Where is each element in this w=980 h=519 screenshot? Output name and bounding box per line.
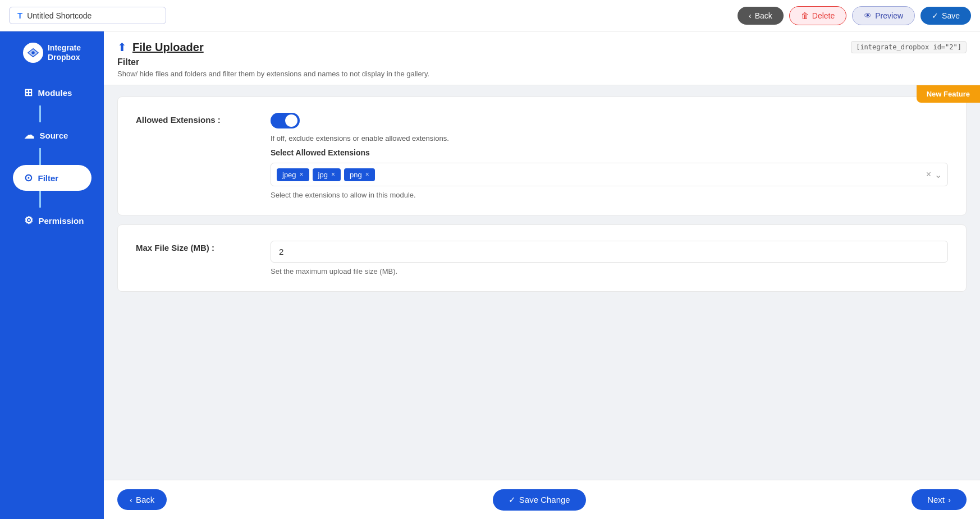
save-button-top[interactable]: ✓ Save <box>921 7 971 25</box>
sidebar-label-source: Source <box>40 131 68 140</box>
shortcode-badge: [integrate_dropbox id="2"] <box>851 41 967 53</box>
shortcode-name: Untitled Shortcode <box>27 11 91 20</box>
tag-jpeg-label: jpeg <box>282 171 296 179</box>
tags-actions: × ⌄ <box>926 169 942 180</box>
next-chevron-icon: › <box>948 495 951 504</box>
check-icon-save: ✓ <box>509 495 516 505</box>
sidebar-label-permission: Permission <box>39 216 84 226</box>
preview-button[interactable]: 👁 Preview <box>852 6 915 25</box>
check-icon-top: ✓ <box>932 11 938 20</box>
top-bar: T Untitled Shortcode ‹ Back 🗑 Delete 👁 P… <box>0 0 980 31</box>
tag-jpg[interactable]: jpg × <box>313 168 341 181</box>
filter-heading: Filter <box>117 57 967 67</box>
sidebar-item-permission[interactable]: ⚙ Permission <box>13 208 91 233</box>
delete-button[interactable]: 🗑 Delete <box>789 6 846 25</box>
tag-jpg-close[interactable]: × <box>331 171 335 178</box>
max-file-size-card: Max File Size (MB) : Set the maximum upl… <box>117 224 967 292</box>
sidebar-item-filter[interactable]: ⊙ Filter <box>13 165 91 191</box>
logo-text: Integrate Dropbox <box>48 43 81 62</box>
sidebar-item-modules[interactable]: ⊞ Modules <box>13 80 91 105</box>
svg-point-0 <box>31 51 35 54</box>
tag-png[interactable]: png × <box>344 168 375 181</box>
max-file-size-body: Max File Size (MB) : Set the maximum upl… <box>118 225 966 291</box>
max-file-size-input[interactable] <box>271 241 948 263</box>
cloud-icon: ☁ <box>24 129 34 141</box>
select-allowed-label: Select Allowed Extensions <box>271 148 948 157</box>
connector-3 <box>39 191 41 208</box>
main-layout: Integrate Dropbox ⊞ Modules ☁ Source ⊙ F… <box>0 31 980 519</box>
shortcode-input-display[interactable]: T Untitled Shortcode <box>9 7 166 24</box>
toggle-wrap: If off, exclude extensions or enable all… <box>271 113 948 143</box>
grid-icon: ⊞ <box>24 86 33 99</box>
tags-container[interactable]: jpeg × jpg × png × <box>271 163 948 186</box>
clear-tags-icon[interactable]: × <box>926 169 931 180</box>
save-change-button[interactable]: ✓ Save Change <box>493 489 586 511</box>
top-bar-right: ‹ Back 🗑 Delete 👁 Preview ✓ Save <box>738 6 971 25</box>
upload-cloud-icon: ⬆ <box>117 40 127 54</box>
connector-1 <box>39 105 41 122</box>
bottom-bar: ‹ Back ✓ Save Change Next › <box>104 480 980 519</box>
max-file-size-hint: Set the maximum upload file size (MB). <box>271 267 948 275</box>
tag-png-label: png <box>350 171 362 179</box>
back-button-bottom[interactable]: ‹ Back <box>117 489 167 510</box>
allowed-extensions-label: Allowed Extensions : <box>136 113 248 125</box>
page-header: ⬆ File Uploader [integrate_dropbox id="2… <box>104 31 980 85</box>
sidebar-label-modules: Modules <box>38 88 72 98</box>
next-button[interactable]: Next › <box>912 489 967 510</box>
back-chevron-icon: ‹ <box>749 11 752 20</box>
page-content: New Feature Allowed Extensions : If off,… <box>104 85 980 480</box>
new-feature-badge: New Feature <box>917 85 980 103</box>
toggle-hint: If off, exclude extensions or enable all… <box>271 134 948 143</box>
tag-jpg-label: jpg <box>318 171 328 179</box>
allowed-extensions-control: If off, exclude extensions or enable all… <box>271 113 948 199</box>
chevron-down-icon[interactable]: ⌄ <box>935 169 942 180</box>
tag-png-close[interactable]: × <box>365 171 369 178</box>
select-hint: Select the extensions to allow in this m… <box>271 191 948 199</box>
t-icon: T <box>17 11 22 20</box>
logo-icon <box>23 43 43 63</box>
page-title-row: ⬆ File Uploader [integrate_dropbox id="2… <box>117 40 967 54</box>
max-file-size-control: Set the maximum upload file size (MB). <box>271 241 948 275</box>
top-bar-left: T Untitled Shortcode <box>9 7 166 24</box>
back-chevron-bottom-icon: ‹ <box>130 495 132 504</box>
sidebar-label-filter: Filter <box>38 173 59 183</box>
tag-jpeg-close[interactable]: × <box>300 171 304 178</box>
sidebar-items: ⊞ Modules ☁ Source ⊙ Filter ⚙ Permission <box>0 80 104 233</box>
page-title: File Uploader <box>132 41 204 54</box>
filter-icon: ⊙ <box>24 172 33 184</box>
max-file-size-label: Max File Size (MB) : <box>136 241 248 252</box>
allowed-extensions-card: Allowed Extensions : If off, exclude ext… <box>117 97 967 215</box>
allowed-extensions-body: Allowed Extensions : If off, exclude ext… <box>118 97 966 215</box>
tag-jpeg[interactable]: jpeg × <box>277 168 309 181</box>
content-area: ⬆ File Uploader [integrate_dropbox id="2… <box>104 31 980 519</box>
connector-2 <box>39 148 41 165</box>
sidebar-item-source[interactable]: ☁ Source <box>13 122 91 148</box>
person-icon: ⚙ <box>24 214 33 227</box>
extensions-toggle[interactable] <box>271 113 300 128</box>
filter-desc: Show/ hide files and folders and filter … <box>117 70 967 78</box>
back-button-top[interactable]: ‹ Back <box>738 7 784 25</box>
eye-icon: 👁 <box>864 11 872 20</box>
sidebar: Integrate Dropbox ⊞ Modules ☁ Source ⊙ F… <box>0 31 104 519</box>
trash-icon: 🗑 <box>801 11 809 20</box>
logo-area: Integrate Dropbox <box>23 43 81 63</box>
